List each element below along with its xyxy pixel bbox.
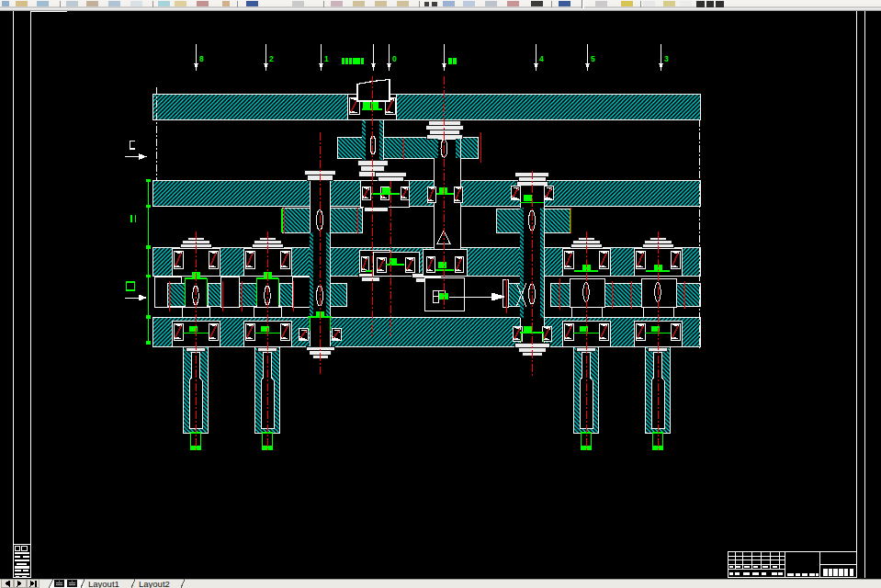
svg-text:8: 8 [199, 54, 204, 63]
svg-text:4: 4 [539, 54, 544, 63]
svg-text:Layout1: Layout1 [88, 579, 119, 588]
svg-text:0: 0 [392, 54, 397, 63]
svg-text:3: 3 [664, 54, 669, 63]
svg-text:2: 2 [269, 54, 274, 63]
svg-text:Layout2: Layout2 [139, 579, 170, 588]
svg-text:5: 5 [591, 54, 595, 63]
svg-text:1: 1 [324, 54, 329, 63]
